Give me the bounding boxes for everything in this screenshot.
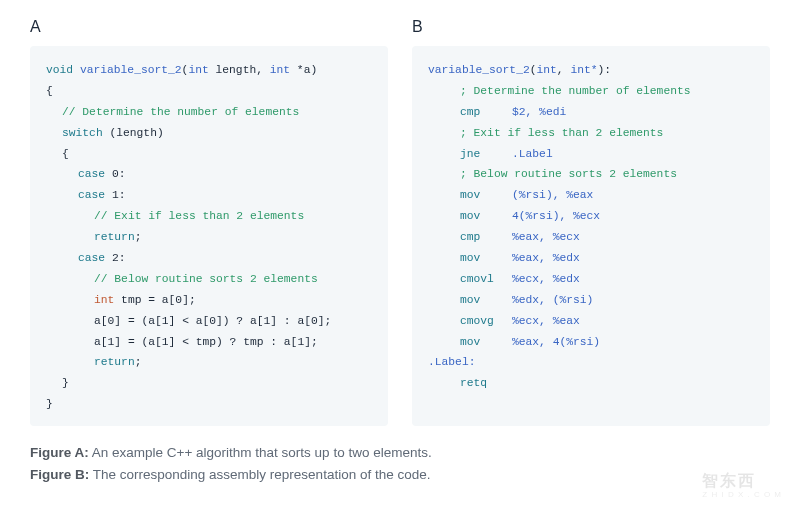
tmp-decl: tmp = a[0]; [114, 294, 195, 306]
asm-comment-2: ; Exit if less than 2 elements [428, 123, 663, 144]
keyword-case-1: case [78, 189, 105, 201]
caption-b-text: The corresponding assembly representatio… [89, 467, 430, 482]
op-jne: jne [460, 144, 512, 165]
column-a: A void variable_sort_2(int length, int *… [30, 18, 388, 426]
function-name: variable_sort_2 [80, 64, 182, 76]
asm-paren-close: ): [598, 64, 612, 76]
arg-mov-1: (%rsi), %eax [512, 189, 593, 201]
return-2-semi: ; [135, 356, 142, 368]
op-mov-5: mov [460, 332, 512, 353]
op-mov-2: mov [460, 206, 512, 227]
code-columns: A void variable_sort_2(int length, int *… [30, 18, 770, 426]
paren-close: ) [310, 64, 317, 76]
case-1-value: 1: [105, 189, 125, 201]
brace2-close: } [46, 373, 69, 394]
code-box-a: void variable_sort_2(int length, int *a)… [30, 46, 388, 426]
op-cmp-1: cmp [460, 102, 512, 123]
type-int-2: int [270, 64, 290, 76]
keyword-return-1: return [94, 231, 135, 243]
keyword-void: void [46, 64, 73, 76]
param-length: length, [209, 64, 270, 76]
brace2-open: { [46, 144, 69, 165]
stmt-1: a[0] = (a[1] < a[0]) ? a[1] : a[0]; [46, 311, 331, 332]
column-a-label: A [30, 18, 388, 36]
op-cmovl: cmovl [460, 269, 512, 290]
asm-type-int: int [536, 64, 556, 76]
caption-b-bold: Figure B: [30, 467, 89, 482]
op-cmp-2: cmp [460, 227, 512, 248]
asm-label: .Label: [428, 356, 475, 368]
arg-jne: .Label [512, 148, 553, 160]
asm-comma: , [557, 64, 571, 76]
comment-1: // Determine the number of elements [46, 102, 299, 123]
caption-a: Figure A: An example C++ algorithm that … [30, 442, 770, 464]
keyword-switch: switch [62, 127, 103, 139]
type-int-tmp: int [94, 294, 114, 306]
caption-a-text: An example C++ algorithm that sorts up t… [89, 445, 432, 460]
type-int-1: int [188, 64, 208, 76]
op-cmovg: cmovg [460, 311, 512, 332]
arg-mov-2: 4(%rsi), %ecx [512, 210, 600, 222]
switch-expr: (length) [103, 127, 164, 139]
asm-comment-3: ; Below routine sorts 2 elements [428, 164, 677, 185]
op-mov-4: mov [460, 290, 512, 311]
comment-2: // Exit if less than 2 elements [46, 206, 304, 227]
param-a: *a [290, 64, 310, 76]
column-b: B variable_sort_2(int, int*): ; Determin… [412, 18, 770, 426]
asm-type-intptr: int* [570, 64, 597, 76]
brace-close: } [46, 394, 372, 415]
keyword-case-0: case [78, 168, 105, 180]
op-mov-3: mov [460, 248, 512, 269]
arg-cmp-1: $2, %edi [512, 106, 566, 118]
brace-open: { [46, 81, 372, 102]
case-0-value: 0: [105, 168, 125, 180]
arg-cmp-2: %eax, %ecx [512, 231, 580, 243]
code-box-b: variable_sort_2(int, int*): ; Determine … [412, 46, 770, 426]
arg-mov-4: %edx, (%rsi) [512, 294, 593, 306]
caption-a-bold: Figure A: [30, 445, 89, 460]
arg-mov-5: %eax, 4(%rsi) [512, 336, 600, 348]
column-b-label: B [412, 18, 770, 36]
op-mov-1: mov [460, 185, 512, 206]
caption-b: Figure B: The corresponding assembly rep… [30, 464, 770, 486]
return-1-semi: ; [135, 231, 142, 243]
keyword-return-2: return [94, 356, 135, 368]
case-2-value: 2: [105, 252, 125, 264]
stmt-2: a[1] = (a[1] < tmp) ? tmp : a[1]; [46, 332, 318, 353]
arg-cmovg: %ecx, %eax [512, 315, 580, 327]
comment-3: // Below routine sorts 2 elements [46, 269, 318, 290]
op-retq: retq [460, 377, 487, 389]
asm-comment-1: ; Determine the number of elements [428, 81, 691, 102]
asm-function-name: variable_sort_2 [428, 64, 530, 76]
figure-captions: Figure A: An example C++ algorithm that … [30, 442, 770, 485]
keyword-case-2: case [78, 252, 105, 264]
watermark-sub: Z H I D X . C O M [702, 490, 782, 499]
arg-cmovl: %ecx, %edx [512, 273, 580, 285]
arg-mov-3: %eax, %edx [512, 252, 580, 264]
